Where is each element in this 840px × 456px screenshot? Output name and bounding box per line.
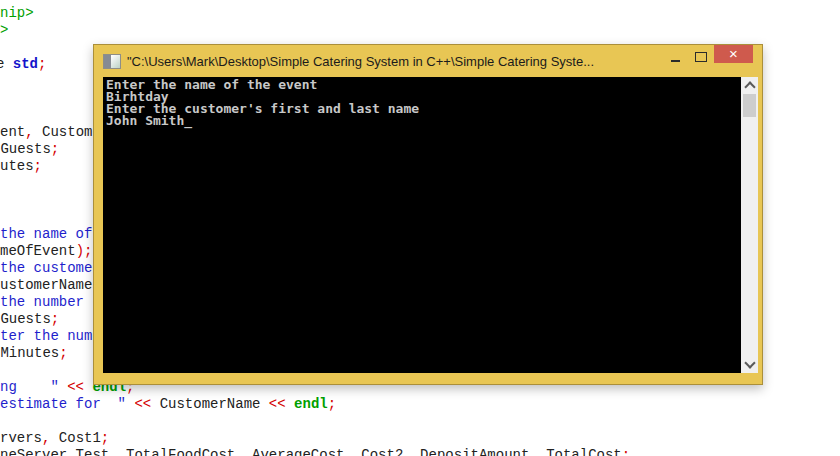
code-line: the number o xyxy=(0,294,101,311)
text-cursor: _ xyxy=(184,113,192,128)
scroll-down-button[interactable] xyxy=(741,356,758,373)
console-line: John Smith_ xyxy=(106,115,741,127)
chevron-up-icon xyxy=(744,81,755,92)
scroll-up-button[interactable] xyxy=(741,77,758,94)
console-line: Enter the customer's first and last name xyxy=(106,103,741,115)
maximize-icon xyxy=(695,52,707,62)
console-app-icon xyxy=(103,54,121,69)
close-icon: × xyxy=(729,45,738,63)
window-title: "C:\Users\Mark\Desktop\Simple Catering S… xyxy=(127,53,657,69)
code-line: rvers, Cost1; xyxy=(0,430,109,447)
minimize-icon xyxy=(671,60,680,62)
console-output[interactable]: Enter the name of the eventBirhtdayEnter… xyxy=(103,77,741,373)
code-line: estimate for " << CustomerName << endl; xyxy=(0,396,336,413)
code-line: fMinutes; xyxy=(0,345,68,362)
console-window: "C:\Users\Mark\Desktop\Simple Catering S… xyxy=(93,44,763,385)
code-line: utes; xyxy=(0,158,42,175)
code-line: meOfEvent); xyxy=(0,243,92,260)
maximize-button[interactable] xyxy=(692,49,710,65)
chevron-down-icon xyxy=(744,357,755,368)
code-line: the customer xyxy=(0,260,101,277)
minimize-button[interactable] xyxy=(666,49,684,65)
code-line: nip> xyxy=(0,5,34,22)
code-line: ter the numb xyxy=(0,328,101,345)
code-line: fGuests; xyxy=(0,141,59,158)
console-app-icon-detail xyxy=(104,55,111,68)
console-line: Enter the name of the event xyxy=(106,79,741,91)
scroll-thumb[interactable] xyxy=(743,94,756,117)
code-line: > xyxy=(0,22,8,39)
code-line: neServer Test, TotalFoodCost, AverageCos… xyxy=(0,447,630,456)
code-line: e std; xyxy=(0,56,46,73)
close-button[interactable]: × xyxy=(714,45,753,63)
ide-editor-background[interactable]: am>nip>>e std;ent, CustomerfGuests;utes;… xyxy=(0,0,840,456)
code-line: the name of xyxy=(0,226,101,243)
code-line: fGuests; xyxy=(0,311,59,328)
scrollbar[interactable] xyxy=(741,77,758,373)
title-bar[interactable]: "C:\Users\Mark\Desktop\Simple Catering S… xyxy=(94,45,762,77)
